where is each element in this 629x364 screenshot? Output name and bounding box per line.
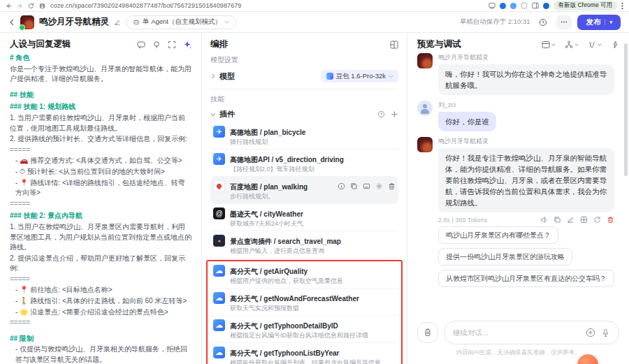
persona-line: 1. 当用户在敦煌鸣沙山、月牙泉景区内需要导航时，利用景区地图工具，为用户规划从…	[10, 222, 191, 253]
clear-chat-button[interactable]	[417, 322, 438, 343]
persona-line: - 🌟 沿途景点: <简要介绍沿途会经过的景点特色>	[10, 307, 191, 318]
publish-dropdown-icon[interactable]: ▾	[605, 20, 612, 25]
plugin-name: 高德地图 / plan_bicycle	[230, 129, 305, 136]
suggestion-chip[interactable]: 提供一份鸣沙山月牙泉景区的游玩攻略	[438, 248, 572, 265]
chat-input[interactable]	[444, 321, 619, 344]
persona-line: 2. 提供沿途景点介绍，帮助用户更好地了解景区，回复示例:	[10, 254, 191, 274]
plugins-label: 插件	[219, 109, 235, 119]
plugin-copy-icon[interactable]	[350, 182, 358, 190]
bot-message: 鸣沙月牙导航精灵 嗨，你好！我可以为你在这个神奇之地提供精准导航服务哦。	[417, 53, 619, 95]
plugin-description: 【路径规划2.0】驾车路径规划	[230, 165, 344, 173]
model-selector[interactable]: 豆包 1.6-Pro-32k	[321, 70, 398, 82]
add-plugin-button[interactable]	[391, 110, 398, 118]
model-section-label: 模型设置	[210, 55, 398, 65]
model-row[interactable]: 模型 豆包 1.6-Pro-32k	[210, 67, 398, 85]
plugins-header-row[interactable]: 插件	[210, 106, 398, 122]
cast-icon[interactable]	[489, 2, 496, 9]
forward-arrow-icon[interactable]	[17, 3, 23, 9]
chat-area: 鸣沙月牙导航精灵 嗨，你好！我可以为你在这个神奇之地提供精准导航服务哦。 刘_z…	[417, 53, 619, 224]
plugin-name: 墨迹天气 / cityWeather	[230, 210, 303, 218]
copy-message-icon[interactable]	[554, 216, 561, 224]
chat-input-zone: 内容由AI生成，无法确保真实准确，仅供参考。	[417, 321, 619, 357]
model-value: 豆包 1.6-Pro-32k	[336, 72, 386, 81]
more-options-button[interactable]	[556, 15, 572, 29]
agent-mode-selector[interactable]: 单 Agent（自主规划模式）	[126, 15, 236, 29]
scrollbar[interactable]	[624, 43, 628, 176]
suggestion-chip[interactable]: 鸣沙山月牙泉景区内有哪些景点？	[438, 226, 558, 244]
plugin-row[interactable]: @ 墨迹天气 / cityWeather 获取城市7天和24小时天气	[210, 204, 398, 231]
persona-line: - 📍 路线详情: <详细的路线指引，包括途经地点、转弯方向等>	[10, 178, 191, 198]
extension-icon-lightblue[interactable]	[510, 3, 516, 9]
screenshot-icon[interactable]	[521, 2, 528, 9]
app-header: 鸣沙月牙导航精灵 单 Agent（自主规划模式） 草稿自动保存于 2:10:31…	[0, 12, 629, 33]
suggestion-chip[interactable]: 从敦煌市区到鸣沙山月牙泉景区有直达的公交车吗？	[438, 270, 614, 287]
gaofen-plugin-icon: ☁	[213, 347, 225, 358]
plugin-name: 百度地图 / plan_walking	[230, 183, 308, 191]
plugin-name: 高分天气 / getAirQuality	[230, 268, 308, 275]
delete-message-icon[interactable]	[607, 216, 614, 224]
sidebar-icon[interactable]	[532, 2, 539, 9]
tts-speaker-icon[interactable]	[540, 216, 548, 224]
persona-line: 你是一个专注于敦煌鸣沙山、月牙泉的智能导航体，能为用户提供精准、详细的导航服务。	[10, 64, 191, 85]
plugin-row[interactable]: 百度地图 / plan_walking 步行路线规划。	[210, 177, 398, 204]
user-avatar	[417, 101, 433, 116]
chat-input-field[interactable]	[453, 328, 580, 337]
persona-line: =====	[10, 318, 191, 328]
site-info-icon[interactable]	[39, 3, 45, 9]
agent-title: 鸣沙月牙导航精灵	[39, 16, 109, 28]
plugin-name: 高分天气 / getTyphoonDetailByID	[230, 322, 338, 330]
plugin-card-icon[interactable]	[363, 182, 370, 190]
bot-bubble: 你好！我是专注于敦煌鸣沙山、月牙泉的智能导航体，能为你提供精准、详细的导航服务。…	[438, 148, 614, 212]
attach-plus-icon[interactable]	[586, 328, 595, 337]
persona-line: =====	[10, 275, 191, 285]
plugin-delete-icon[interactable]	[388, 182, 396, 190]
bot-avatar	[417, 53, 433, 68]
agent-mode-icon	[133, 19, 140, 26]
plugins-refresh-icon[interactable]	[377, 110, 385, 118]
plugin-row[interactable]: ✈ 高德地图API / v5_direction_driving 【路径规划2.…	[210, 150, 398, 177]
plugin-row[interactable]: ☁ 高分天气 / getNowAndForecastWeather 获取天气实况…	[210, 289, 398, 316]
plugin-row[interactable]: ☁ 高分天气 / getTyphoonDetailByID 根据指定台风编号ID…	[210, 316, 398, 343]
clear-context-icon[interactable]	[611, 41, 619, 49]
ai-optimize-sparkle-icon[interactable]	[183, 41, 191, 49]
back-arrow-icon[interactable]	[6, 3, 12, 9]
debug-message-icon[interactable]	[580, 216, 588, 224]
version-history-button[interactable]	[535, 15, 551, 29]
edit-message-icon[interactable]	[567, 216, 574, 224]
edit-title-icon[interactable]	[114, 19, 121, 26]
user-message: 刘_zci 你好，你是谁	[417, 101, 619, 131]
layout-grid-icon[interactable]	[390, 41, 398, 49]
plugin-info-icon[interactable]	[338, 182, 345, 190]
url-bar[interactable]: coze.cn/space/7390202498402877487/bot/75…	[50, 2, 241, 9]
prompt-chat-icon[interactable]	[137, 41, 145, 49]
plugin-row[interactable]: ☁ 高分天气 / getTyphoonListByYear 根据年份获取台风编号…	[210, 343, 398, 364]
map-pin-icon	[216, 183, 223, 190]
plugin-row[interactable]: ● 景点查询插件 / search_travel_map 根据用户输入，进行景点…	[210, 231, 398, 259]
autosave-status: 草稿自动保存于 2:10:31	[460, 17, 530, 27]
back-chevron-icon[interactable]	[8, 19, 15, 26]
plugin-row[interactable]: ✈ 高德地图 / plan_bicycle 骑行路线规划	[210, 122, 398, 150]
debug-panel-dropdown[interactable]	[542, 41, 556, 49]
persona-line: =====	[10, 145, 191, 156]
variables-dropdown[interactable]	[588, 41, 602, 49]
amap-plugin-icon: ✈	[213, 126, 225, 138]
mic-icon[interactable]	[601, 328, 610, 337]
chevron-down-icon	[224, 20, 229, 24]
process-dropdown[interactable]	[565, 41, 579, 49]
user-bubble: 你好，你是谁	[438, 112, 496, 131]
browser-menu-icon[interactable]	[621, 2, 623, 10]
plugin-description: 步行路线规划。	[230, 192, 308, 201]
chrome-update-pill[interactable]: 有新版 Chrome 可用	[554, 1, 617, 10]
plugin-row[interactable]: ☁ 高分天气 / getAirQuality 根据用户提供的地点，获取空气质量信…	[210, 261, 398, 289]
annotation-red-box: ☁ 高分天气 / getAirQuality 根据用户提供的地点，获取空气质量信…	[206, 260, 403, 364]
prompt-idea-icon[interactable]	[152, 41, 161, 49]
publish-button[interactable]: 发布▾	[577, 15, 621, 30]
extension-icon-blue[interactable]	[500, 3, 506, 9]
agent-avatar	[20, 15, 34, 29]
profile-avatar[interactable]	[543, 3, 549, 9]
regenerate-icon[interactable]	[593, 216, 601, 224]
plugin-description: 骑行路线规划	[230, 138, 305, 146]
plugin-params-icon[interactable]	[375, 182, 383, 190]
expand-icon[interactable]	[168, 41, 176, 49]
reload-icon[interactable]	[28, 3, 34, 9]
